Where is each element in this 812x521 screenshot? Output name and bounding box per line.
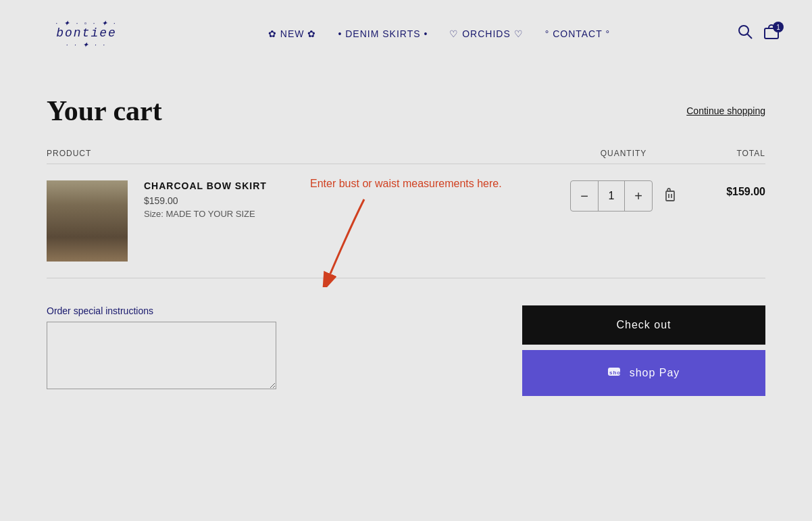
cart-product-row: CHARCOAL BOW SKIRT $159.00 Size: MADE TO… bbox=[47, 164, 765, 278]
search-icon bbox=[738, 24, 753, 43]
minus-icon: − bbox=[580, 189, 588, 204]
product-info: CHARCOAL BOW SKIRT $159.00 Size: MADE TO… bbox=[144, 180, 563, 219]
logo-dots-bottom: · · ✦ · · bbox=[66, 41, 107, 49]
cart-header-row: Your cart Continue shopping bbox=[47, 95, 765, 127]
shoppay-icon: shop bbox=[608, 364, 624, 382]
bottom-section: Order special instructions Check out sho… bbox=[47, 305, 765, 396]
plus-icon: + bbox=[634, 189, 642, 204]
product-size: Size: MADE TO YOUR SIZE bbox=[144, 209, 563, 219]
shoppay-button[interactable]: shop shop Pay bbox=[522, 350, 765, 396]
instructions-textarea[interactable] bbox=[47, 322, 276, 389]
quantity-section: − 1 + bbox=[563, 180, 684, 212]
continue-shopping-button[interactable]: Continue shopping bbox=[686, 105, 765, 116]
col-header-product: PRODUCT bbox=[47, 149, 563, 158]
nav-item-orchids[interactable]: ♡ ORCHIDS ♡ bbox=[449, 28, 523, 39]
cart-button[interactable]: 1 bbox=[763, 24, 780, 43]
header-icons: 1 bbox=[738, 24, 780, 43]
instructions-section: Order special instructions bbox=[47, 305, 490, 392]
quantity-decrease-button[interactable]: − bbox=[571, 181, 598, 211]
header: · ✦ · ◦ · ✦ · bontiee · · ✦ · · ✿ NEW ✿ … bbox=[0, 0, 812, 68]
logo-text: bontiee bbox=[56, 27, 117, 41]
svg-point-0 bbox=[739, 26, 748, 35]
cart-count-badge: 1 bbox=[773, 22, 784, 32]
nav-item-new[interactable]: ✿ NEW ✿ bbox=[268, 28, 316, 39]
svg-rect-4 bbox=[666, 191, 674, 201]
main-content: Your cart Continue shopping PRODUCT QUAN… bbox=[14, 68, 798, 423]
search-button[interactable] bbox=[738, 24, 753, 43]
product-total: $159.00 bbox=[684, 180, 765, 198]
quantity-increase-button[interactable]: + bbox=[625, 181, 652, 211]
product-price: $159.00 bbox=[144, 195, 563, 206]
cart-title: Your cart bbox=[47, 95, 162, 127]
quantity-controls: − 1 + bbox=[570, 180, 653, 212]
size-value: MADE TO YOUR SIZE bbox=[166, 209, 255, 219]
svg-line-1 bbox=[748, 34, 753, 39]
instructions-label: Order special instructions bbox=[47, 305, 490, 316]
main-nav: ✿ NEW ✿ • DENIM SKIRTS • ♡ ORCHIDS ♡ ° C… bbox=[268, 28, 610, 39]
delete-item-button[interactable] bbox=[663, 187, 677, 205]
quantity-value: 1 bbox=[598, 181, 625, 211]
svg-text:shop: shop bbox=[609, 370, 624, 376]
table-headers: PRODUCT QUANTITY TOTAL bbox=[47, 149, 765, 164]
checkout-button[interactable]: Check out bbox=[522, 305, 765, 345]
size-label: Size: bbox=[144, 209, 163, 219]
checkout-section: Check out shop shop Pay bbox=[522, 305, 765, 396]
nav-item-contact[interactable]: ° CONTACT ° bbox=[545, 28, 610, 39]
shoppay-label: shop Pay bbox=[630, 367, 680, 379]
nav-item-denim-skirts[interactable]: • DENIM SKIRTS • bbox=[338, 28, 428, 39]
product-name: CHARCOAL BOW SKIRT bbox=[144, 180, 563, 191]
product-image bbox=[47, 180, 128, 262]
trash-icon bbox=[663, 190, 677, 205]
product-image-inner bbox=[47, 180, 128, 262]
col-header-quantity: QUANTITY bbox=[563, 149, 684, 158]
quantity-row: − 1 + bbox=[570, 180, 677, 212]
col-header-total: TOTAL bbox=[684, 149, 765, 158]
logo[interactable]: · ✦ · ◦ · ✦ · bontiee · · ✦ · · bbox=[32, 19, 141, 49]
